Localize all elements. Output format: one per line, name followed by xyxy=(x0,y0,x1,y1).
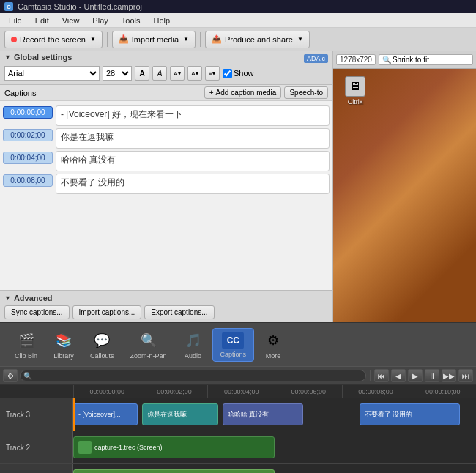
toolbar-separator-2 xyxy=(200,32,201,47)
highlight-button[interactable]: A▾ xyxy=(187,66,202,81)
show-checkbox-label: Show xyxy=(223,69,254,78)
caption-text-1[interactable]: 你是在逗我嘛 xyxy=(56,128,330,149)
speech-label: Speech-to xyxy=(289,89,323,97)
caption-time-0[interactable]: 0:00:00;00 xyxy=(3,106,53,119)
timeline-prev-btn[interactable]: ⏮ xyxy=(374,369,389,382)
font-size-select[interactable]: 28 xyxy=(103,66,132,81)
track-3-clip-3[interactable]: 不要看了 没用的 xyxy=(360,403,461,425)
tool-zoom-n-pan[interactable]: 🔍 Zoom-n-Pan xyxy=(123,327,174,362)
caption-time-3[interactable]: 0:00:08;00 xyxy=(3,174,53,187)
callouts-icon: 💬 xyxy=(92,330,112,351)
scrubber-line xyxy=(73,398,75,431)
advanced-section: ▼ Advanced Sync captions... Import capti… xyxy=(0,290,332,322)
track-1-clip-0[interactable]: capture-1.trec (System Audio) xyxy=(73,469,275,473)
track-1-label: Track 1 xyxy=(0,464,73,473)
tool-clip-bin[interactable]: 🎬 Clip Bin xyxy=(7,327,45,362)
zoom-control: 🔍 Shrink to fit xyxy=(379,54,473,65)
desktop-icon: 🖥 Citrix xyxy=(341,76,370,105)
zoom-label: Shrink to fit xyxy=(393,56,429,64)
menu-play[interactable]: Play xyxy=(86,15,114,26)
caption-time-1[interactable]: 0:00:02;00 xyxy=(3,129,53,141)
timeline-search-input[interactable] xyxy=(32,370,362,381)
main-content: ▼ Global settings ADA c Arial 28 A A A▾ … xyxy=(0,51,476,322)
add-caption-button[interactable]: + Add caption media xyxy=(204,86,282,99)
tool-captions[interactable]: CC Captions xyxy=(212,328,255,362)
caption-time-2[interactable]: 0:00:04;00 xyxy=(3,152,53,164)
track-3: Track 3 - [Voiceover]... 你是在逗我嘛 哈哈哈 真没有 … xyxy=(0,398,476,431)
advanced-buttons: Sync captions... Import captions... Expo… xyxy=(4,305,328,319)
tool-more[interactable]: ⚙ More xyxy=(256,327,291,362)
audio-label: Audio xyxy=(185,352,201,360)
menu-view[interactable]: View xyxy=(56,15,86,26)
ruler-mark-3: 00:00:06;00 xyxy=(275,385,342,398)
ruler-marks: 00:00:00;00 00:00:02;00 00:00:04;00 00:0… xyxy=(73,385,476,398)
track-2-content: capture-1.trec (Screen) xyxy=(73,431,476,463)
track-3-clip-0[interactable]: - [Voiceover]... xyxy=(73,403,138,425)
tool-callouts[interactable]: 💬 Callouts xyxy=(83,327,122,362)
bold-button[interactable]: A xyxy=(135,66,149,81)
speech-to-text-button[interactable]: Speech-to xyxy=(284,86,328,99)
produce-icon: 📤 xyxy=(212,34,222,44)
track-3-clip-1[interactable]: 你是在逗我嘛 xyxy=(142,403,219,425)
global-settings-header: ▼ Global settings xyxy=(4,53,72,62)
tool-audio[interactable]: 🎵 Audio xyxy=(176,327,211,362)
timeline-forward-btn[interactable]: ▶▶ xyxy=(442,369,456,382)
caption-item-1: 0:00:02;00 你是在逗我嘛 xyxy=(3,128,330,149)
track-3-clip-2[interactable]: 哈哈哈 真没有 xyxy=(223,403,303,425)
record-button[interactable]: Record the screen xyxy=(4,31,103,48)
timeline-sep xyxy=(370,370,371,381)
desktop-icon-label: Citrix xyxy=(341,98,370,105)
italic-button[interactable]: A xyxy=(152,66,167,81)
app-icon: C xyxy=(4,2,13,11)
title-bar: C Camtasia Studio - Untitled.camproj xyxy=(0,0,476,13)
add-icon: + xyxy=(209,89,214,97)
menu-edit[interactable]: Edit xyxy=(29,15,55,26)
timeline-pause-btn[interactable]: ⏸ xyxy=(425,369,439,382)
clip-bin-label: Clip Bin xyxy=(15,352,37,360)
more-icon: ⚙ xyxy=(263,330,283,351)
caption-text-0[interactable]: - [Voiceover] 好，现在来看一下 xyxy=(56,105,330,126)
menu-help[interactable]: Help xyxy=(147,15,176,26)
ruler-mark-4: 00:00:08;00 xyxy=(342,385,409,398)
timeline-search-icon: 🔍 xyxy=(23,372,32,380)
align-button[interactable]: ≡▾ xyxy=(205,66,220,81)
import-captions-button[interactable]: Import captions... xyxy=(72,305,142,319)
timeline-next-btn[interactable]: ⏭ xyxy=(458,369,473,382)
ada-badge: ADA c xyxy=(304,54,328,63)
zoom-n-pan-icon: 🔍 xyxy=(138,330,159,351)
ruler-mark-0: 00:00:00;00 xyxy=(73,385,141,398)
sync-captions-button[interactable]: Sync captions... xyxy=(4,305,70,319)
caption-text-2[interactable]: 哈哈哈 真没有 xyxy=(56,151,330,171)
audio-icon: 🎵 xyxy=(183,330,204,351)
timeline-controls: ⚙ 🔍 ⏮ ◀ ▶ ⏸ ▶▶ ⏭ xyxy=(0,366,476,385)
menu-file[interactable]: File xyxy=(3,15,28,26)
font-select[interactable]: Arial xyxy=(4,66,100,81)
tool-library[interactable]: 📚 Library xyxy=(46,327,81,362)
tools-bar: 🎬 Clip Bin 📚 Library 💬 Callouts 🔍 Zoom-n… xyxy=(0,322,476,366)
advanced-collapse-icon[interactable]: ▼ xyxy=(4,294,11,302)
collapse-icon[interactable]: ▼ xyxy=(4,53,11,61)
add-caption-label: Add caption media xyxy=(216,89,277,97)
ruler-mark-2: 00:00:04;00 xyxy=(207,385,275,398)
color-button[interactable]: A▾ xyxy=(170,66,185,81)
menu-tools[interactable]: Tools xyxy=(116,15,146,26)
ruler-mark-1: 00:00:02;00 xyxy=(141,385,208,398)
more-label: More xyxy=(266,352,281,360)
track-1-content: capture-1.trec (System Audio) xyxy=(73,464,476,473)
show-checkbox[interactable] xyxy=(223,69,232,78)
caption-item-0: 0:00:00;00 - [Voiceover] 好，现在来看一下 xyxy=(3,105,330,126)
track-2-label: Track 2 xyxy=(0,431,73,463)
import-icon: 📥 xyxy=(119,34,129,44)
settings-button[interactable]: ⚙ xyxy=(3,369,18,382)
captions-list: 0:00:00;00 - [Voiceover] 好，现在来看一下 0:00:0… xyxy=(0,103,332,290)
timeline-rewind-btn[interactable]: ◀ xyxy=(391,369,406,382)
caption-text-3[interactable]: 不要看了 没用的 xyxy=(56,174,330,194)
track-3-content: - [Voiceover]... 你是在逗我嘛 哈哈哈 真没有 不要看了 没用的 xyxy=(73,398,476,431)
produce-button[interactable]: 📤 Produce and share xyxy=(205,31,310,48)
timeline-play-btn[interactable]: ▶ xyxy=(408,369,423,382)
caption-item-3: 0:00:08;00 不要看了 没用的 xyxy=(3,174,330,194)
zoom-n-pan-label: Zoom-n-Pan xyxy=(130,352,167,360)
import-button[interactable]: 📥 Import media xyxy=(112,31,196,48)
export-captions-button[interactable]: Export captions... xyxy=(144,305,214,319)
track-2-clip-0[interactable]: capture-1.trec (Screen) xyxy=(73,436,275,458)
